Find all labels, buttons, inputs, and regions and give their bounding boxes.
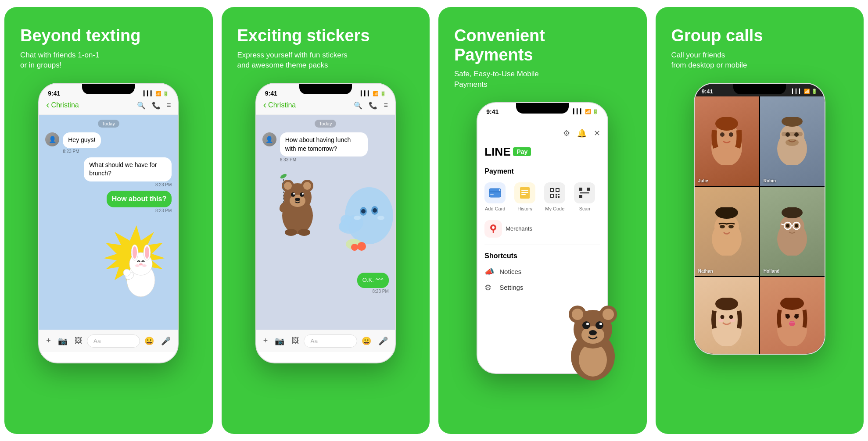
message-input-1[interactable]: Aa — [87, 334, 140, 348]
pay-header-icons: ⚙ 🔔 ✕ — [484, 128, 600, 138]
svg-rect-90 — [782, 132, 803, 136]
mycode-label: My Code — [545, 206, 564, 211]
search-icon-2[interactable]: 🔍 — [354, 101, 362, 110]
close-icon-pay[interactable]: ✕ — [594, 128, 600, 138]
svg-point-32 — [339, 221, 349, 232]
search-icon-1[interactable]: 🔍 — [137, 101, 146, 110]
face-nathan — [705, 207, 749, 256]
scan-item[interactable]: Scan — [574, 182, 595, 211]
message-input-2[interactable]: Aa — [304, 334, 357, 348]
nav-back-1[interactable]: Christina — [46, 100, 79, 110]
add-card-item[interactable]: + Add Card — [484, 182, 506, 211]
history-item[interactable]: History — [514, 182, 535, 211]
msg-bubble-4: How about having lunch with me tomorrow? — [280, 132, 368, 156]
avatar-img-1: 👤 — [45, 132, 59, 146]
phone-2-container: 9:41 ▎▎▎ 📶 🔋 Christina 🔍 📞 ≡ — [255, 83, 396, 363]
status-icons-3: ▎▎▎ 📶 🔋 — [573, 109, 599, 114]
bear-mascot-svg — [560, 295, 626, 383]
menu-icon-1[interactable]: ≡ — [167, 101, 171, 110]
msg-time-2: 8:23 PM — [155, 182, 172, 187]
nav-back-2[interactable]: Christina — [263, 100, 296, 110]
svg-rect-59 — [558, 196, 560, 198]
plus-icon-2[interactable]: + — [263, 336, 268, 346]
history-label: History — [517, 206, 532, 211]
avatar-img-2: 👤 — [262, 132, 276, 146]
video-person-6 — [760, 277, 825, 355]
svg-point-35 — [361, 209, 366, 213]
chat-body-2: Today 👤 How about having lunch with me t… — [256, 115, 395, 330]
svg-rect-44 — [490, 194, 494, 195]
settings-label: Settings — [499, 284, 523, 291]
msg-outgoing-1: What should we have for brunch? 8:23 PM — [45, 157, 172, 187]
mic-icon-1[interactable]: 🎤 — [161, 336, 171, 346]
image-icon-2[interactable]: 🖼 — [291, 336, 299, 346]
svg-point-98 — [728, 225, 734, 228]
phone-1-mockup: 9:41 ▎▎▎ 📶 🔋 Christina 🔍 📞 ≡ — [20, 83, 197, 421]
emoji-icon-1[interactable]: 😀 — [144, 336, 154, 346]
svg-rect-48 — [521, 192, 528, 193]
notices-label: Notices — [499, 268, 521, 275]
scan-svg — [579, 187, 590, 199]
face-holland — [770, 207, 814, 256]
svg-point-81 — [589, 330, 597, 335]
panel-payments: ConvenientPayments Safe, Easy-to-Use Mob… — [438, 7, 647, 434]
video-person-julie — [695, 96, 759, 186]
bell-icon-pay[interactable]: 🔔 — [577, 128, 587, 138]
svg-rect-57 — [558, 194, 560, 195]
status-icons-4: ▎▎▎ 📶 🔋 — [792, 89, 818, 94]
settings-icon-list: ⚙ — [484, 283, 495, 292]
svg-rect-49 — [521, 194, 526, 195]
shortcuts-title: Shortcuts — [484, 252, 600, 260]
panel-3-title: ConvenientPayments — [454, 26, 545, 64]
face-robin — [770, 117, 814, 165]
phone-icon-2[interactable]: 📞 — [369, 101, 377, 110]
svg-point-21 — [293, 193, 295, 195]
svg-point-92 — [794, 132, 799, 137]
camera-icon-2[interactable]: 📷 — [275, 336, 284, 346]
merchants-svg — [488, 224, 498, 234]
phone-footer-1: + 📷 🖼 Aa 😀 🎤 — [39, 330, 178, 352]
svg-point-84 — [715, 117, 738, 131]
phone-1-container: 9:41 ▎▎▎ 📶 🔋 Christina 🔍 📞 ≡ — [38, 83, 179, 363]
video-name-nathan: Nathan — [698, 269, 713, 274]
panel-exciting-stickers: Exciting stickers Express yourself with … — [222, 7, 430, 434]
msg-bubble-ok: O.K. ^^^ — [357, 273, 389, 288]
avatar-1: 👤 — [45, 132, 59, 146]
svg-point-73 — [572, 309, 583, 320]
video-person-robin — [760, 96, 825, 186]
video-cell-6 — [760, 277, 825, 355]
menu-icon-2[interactable]: ≡ — [384, 101, 387, 110]
settings-item[interactable]: ⚙ Settings — [484, 283, 600, 292]
svg-point-36 — [373, 208, 377, 213]
merchants-item[interactable]: Merchants — [484, 220, 600, 238]
phone-icon-1[interactable]: 📞 — [152, 101, 161, 110]
nav-icons-2: 🔍 📞 ≡ — [354, 101, 387, 110]
phone-4-container: 9:41 ▎▎▎ 📶 🔋 — [694, 83, 825, 355]
phone-4-notch — [733, 84, 786, 94]
video-name-robin: Robin — [764, 178, 776, 183]
mycode-item[interactable]: My Code — [544, 182, 565, 211]
svg-point-9 — [142, 264, 147, 267]
image-icon-1[interactable]: 🖼 — [75, 336, 82, 346]
nav-back-label-2: Christina — [268, 101, 296, 109]
settings-icon-pay[interactable]: ⚙ — [563, 128, 570, 138]
svg-point-93 — [786, 139, 799, 146]
video-cell-nathan: Nathan — [695, 187, 759, 276]
scan-label: Scan — [579, 206, 590, 211]
phone-3-notch — [516, 103, 569, 114]
phone-2-mockup: 9:41 ▎▎▎ 📶 🔋 Christina 🔍 📞 ≡ — [237, 83, 414, 421]
pay-divider — [484, 245, 600, 245]
camera-icon-1[interactable]: 📷 — [58, 336, 68, 346]
plus-icon-1[interactable]: + — [46, 336, 51, 346]
sticker-characters — [262, 167, 389, 281]
svg-point-40 — [357, 242, 366, 251]
notices-item[interactable]: 📣 Notices — [484, 267, 600, 277]
svg-point-26 — [298, 229, 310, 236]
panel-1-title: Beyond texting — [20, 26, 140, 46]
svg-point-96 — [715, 207, 738, 219]
mic-icon-2[interactable]: 🎤 — [378, 336, 388, 346]
panel-group-calls: Group calls Call your friendsfrom deskto… — [656, 7, 864, 434]
emoji-icon-2[interactable]: 😀 — [362, 336, 371, 346]
svg-point-20 — [300, 192, 304, 197]
panel-4-subtitle: Call your friendsfrom desktop or mobile — [671, 50, 747, 71]
